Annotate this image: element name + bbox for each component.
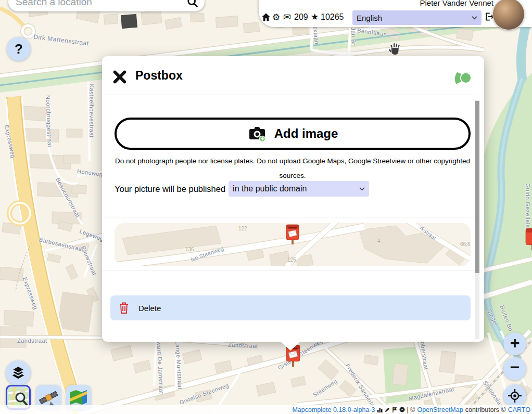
star-icon: ★ xyxy=(311,11,319,22)
add-image-button[interactable]: Add image xyxy=(115,118,471,150)
postbox-marker-edge[interactable] xyxy=(525,227,532,256)
gear-icon[interactable]: ⚙ xyxy=(272,12,280,23)
delete-button[interactable]: Delete xyxy=(110,295,471,320)
zoom-out-button[interactable]: − xyxy=(503,357,526,380)
osm-map-icon xyxy=(8,387,29,408)
search-icon[interactable] xyxy=(187,0,198,8)
add-image-label: Add image xyxy=(274,126,338,141)
layers-icon xyxy=(10,365,26,381)
osm-link[interactable]: OpenStreetMap xyxy=(417,406,463,413)
message-count: 209 xyxy=(294,12,308,22)
circle-mini-icon xyxy=(399,407,405,412)
minus-icon: − xyxy=(510,359,520,376)
plus-icon: + xyxy=(510,334,520,351)
attribution-text: | © xyxy=(407,406,415,413)
close-icon[interactable] xyxy=(112,70,127,84)
attribution-text: contributors © xyxy=(465,406,506,413)
chevron-down-icon xyxy=(472,16,477,20)
image-disclaimer: Do not photograph people nor license pla… xyxy=(115,154,471,183)
satellite-icon xyxy=(38,387,59,408)
stats-mini-icon xyxy=(377,407,383,412)
geolocate-button[interactable] xyxy=(503,384,526,407)
search-input[interactable] xyxy=(15,0,187,8)
camera-icon xyxy=(247,125,267,142)
divider xyxy=(102,217,477,217)
home-icon[interactable] xyxy=(261,12,271,24)
search-bar[interactable] xyxy=(8,0,205,11)
language-value: English xyxy=(357,14,382,22)
user-name[interactable]: Pieter Vander Vennet xyxy=(420,0,494,7)
language-select[interactable]: English xyxy=(352,10,482,25)
changeset-count: 10265 xyxy=(321,12,344,22)
postbox-dialog: Postbox Add image Do not photograph peop… xyxy=(102,56,484,342)
layers-button[interactable] xyxy=(6,360,31,385)
license-select[interactable]: in the public domain xyxy=(229,181,369,197)
mail-icon[interactable]: ✉ xyxy=(283,11,291,23)
flag-mini-icon xyxy=(392,407,397,412)
license-value: in the public domain xyxy=(233,184,307,193)
zoom-in-button[interactable]: + xyxy=(503,332,526,355)
dialog-scrollbar[interactable] xyxy=(475,100,479,339)
divider xyxy=(102,270,477,270)
dialog-title: Postbox xyxy=(135,69,183,83)
license-prefix: Your picture will be published xyxy=(115,184,225,194)
carto-link[interactable]: CARTO xyxy=(508,406,530,413)
folded-map-icon xyxy=(68,387,89,408)
minimap[interactable]: 122 136 125 4 66;6 lse Steenweg rkstraat xyxy=(115,223,471,266)
mapcomplete-version-link[interactable]: Mapcomplete 0.18.0-alpha-3 xyxy=(292,406,375,413)
divider xyxy=(102,95,477,95)
chevron-down-icon xyxy=(359,187,365,191)
attribution-bar: Mapcomplete 0.18.0-alpha-3 | © OpenStree… xyxy=(0,405,532,414)
delete-label: Delete xyxy=(138,304,161,313)
trash-icon xyxy=(119,302,129,314)
crosshair-icon xyxy=(508,389,522,403)
dialog-pointer xyxy=(281,342,300,351)
license-row: Your picture will be published in the pu… xyxy=(115,181,369,197)
question-mark: ? xyxy=(15,41,23,57)
pencil-mini-icon xyxy=(385,407,390,412)
postbox-marker-mini xyxy=(285,223,300,250)
help-button[interactable]: ? xyxy=(7,37,31,61)
mapcomplete-logo-icon xyxy=(453,69,473,88)
scrollbar-thumb[interactable] xyxy=(475,101,479,273)
